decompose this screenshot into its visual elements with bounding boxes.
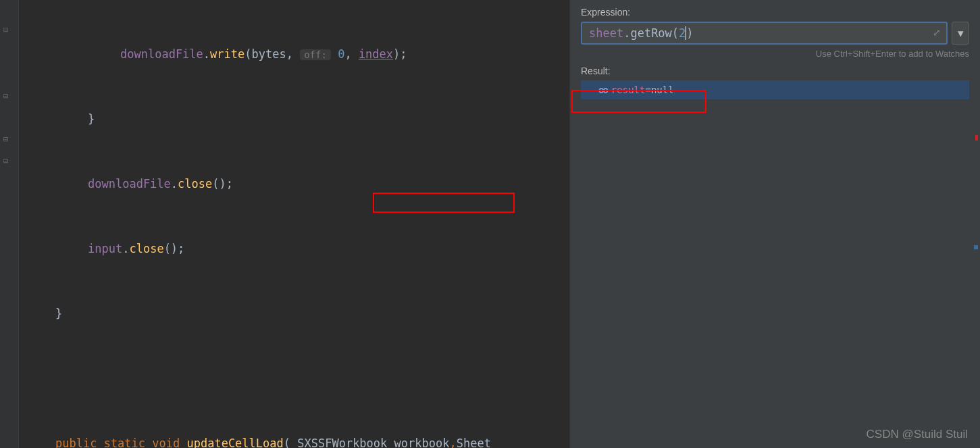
shortcut-hint: Use Ctrl+Shift+Enter to add to Watches bbox=[581, 49, 969, 59]
expression-label: Expression: bbox=[581, 7, 969, 18]
expression-input[interactable]: sheet.getRow(2) ⤢ bbox=[581, 22, 948, 45]
fold-marker-icon[interactable]: ⊟ bbox=[3, 26, 8, 34]
result-label: Result: bbox=[581, 66, 969, 76]
watermark: CSDN @Stuild Stuil bbox=[867, 428, 968, 441]
expand-icon[interactable]: ⤢ bbox=[933, 27, 941, 38]
error-stripe[interactable] bbox=[972, 0, 980, 448]
error-marker[interactable] bbox=[975, 135, 978, 141]
chevron-down-icon: ▾ bbox=[958, 26, 964, 41]
result-object-icon: oo bbox=[598, 84, 607, 95]
fold-marker-icon[interactable]: ⊟ bbox=[3, 92, 8, 100]
fold-marker-icon[interactable]: ⊟ bbox=[3, 135, 8, 143]
code-editor[interactable]: ⊟ ⊟ ⊟ ⊟ downloadFile.write(bytes, off: 0… bbox=[0, 0, 569, 448]
history-dropdown-button[interactable]: ▾ bbox=[952, 22, 969, 45]
result-row[interactable]: oo result = null bbox=[581, 80, 969, 99]
info-marker[interactable] bbox=[974, 245, 978, 249]
editor-gutter: ⊟ ⊟ ⊟ ⊟ bbox=[0, 0, 19, 448]
evaluate-expression-panel: Expression: sheet.getRow(2) ⤢ ▾ Use Ctrl… bbox=[569, 0, 980, 448]
fold-marker-icon[interactable]: ⊟ bbox=[3, 157, 8, 165]
code-content[interactable]: downloadFile.write(bytes, off: 0, index)… bbox=[19, 0, 569, 448]
